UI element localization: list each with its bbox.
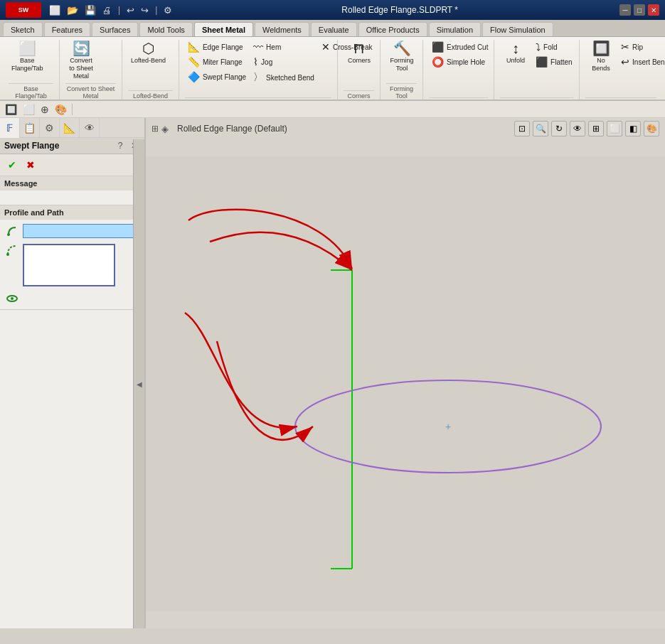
display-style-btn[interactable]: ⬜ — [607, 121, 622, 136]
group-corners: ⊓ Corners Corners — [338, 40, 381, 100]
rotate-btn[interactable]: ↻ — [551, 121, 567, 136]
view-btn[interactable]: 👁 — [570, 121, 585, 136]
insert-bends-btn[interactable]: ↩ Insert Bends — [618, 55, 665, 69]
panel-tab-display[interactable]: 👁 — [80, 118, 100, 138]
rip-btn[interactable]: ✂ Rip — [618, 40, 665, 54]
group-unfold: ↕ Unfold ⤵ Fold ⬛ Flatten — [494, 40, 580, 100]
3d-viewport[interactable]: ⊞ ◈ Rolled Edge Flange (Default) ⊡ 🔍 ↻ 👁… — [146, 118, 665, 628]
forming-tool-icon: 🔨 — [393, 41, 411, 55]
collapse-arrow-icon: ◀ — [137, 380, 142, 388]
appearance-btn[interactable]: 🎨 — [644, 121, 659, 136]
group-base-flange: ⬜ BaseFlange/Tab Base Flange/Tab — [3, 40, 60, 100]
qi-filter-btn[interactable]: 🔲 — [3, 103, 19, 116]
no-bends-btn[interactable]: 🔲 No Bends — [585, 40, 617, 74]
profile-input-row — [4, 224, 140, 238]
corners-btn[interactable]: ⊓ Corners — [344, 40, 375, 66]
tab-office-products[interactable]: Office Products — [358, 22, 427, 36]
hem-btn[interactable]: 〰 Hem — [250, 40, 317, 54]
lofted-bend-btn[interactable]: ⬡ Lofted-Bend — [128, 40, 169, 66]
forming-tool-btn[interactable]: 🔨 FormingTool — [386, 40, 417, 74]
svg-point-1 — [6, 253, 9, 256]
maximize-btn[interactable]: □ — [634, 4, 645, 16]
miter-flange-btn[interactable]: 📏 Miter Flange — [185, 55, 249, 69]
tab-evaluate[interactable]: Evaluate — [311, 22, 357, 36]
viewport-left-controls: ⊞ ◈ Rolled Edge Flange (Default) — [151, 124, 287, 134]
app-logo: SW — [6, 2, 41, 18]
qi-sketch-btn[interactable]: ⊕ — [38, 103, 51, 116]
save-btn[interactable]: 💾 — [83, 4, 98, 16]
unfold-btn[interactable]: ↕ Unfold — [500, 40, 531, 66]
sketched-bend-btn[interactable]: 〉 Sketched Bend — [250, 70, 317, 85]
convert-sheet-metal-btn[interactable]: 🔄 Convertto SheetMetal — [65, 40, 97, 81]
undo-btn[interactable]: ↩ — [124, 4, 137, 16]
panel-title: Swept Flange — [4, 141, 59, 151]
simple-hole-btn[interactable]: ⭕ Simple Hole — [429, 55, 491, 69]
hide-show-btn[interactable]: ◧ — [625, 121, 641, 136]
tab-surfaces[interactable]: Surfaces — [92, 22, 138, 36]
panel-tab-property[interactable]: 📋 — [20, 118, 40, 138]
message-section: Message ▼ — [0, 176, 144, 205]
cancel-button[interactable]: ✖ — [23, 157, 38, 173]
left-panel: 𝔽 📋 ⚙ 📐 👁 Swept Flange ? ✕ ✔ ✖ — [0, 118, 146, 628]
panel-tab-feature[interactable]: 𝔽 — [0, 118, 20, 138]
profile-path-header[interactable]: Profile and Path ▲ — [0, 205, 144, 220]
group-flanges: 📐 Edge Flange 📏 Miter Flange 🔷 Swept Fla… — [179, 40, 338, 100]
qi-color-btn[interactable]: 🎨 — [53, 103, 69, 116]
base-flange-tab-btn[interactable]: ⬜ BaseFlange/Tab — [9, 40, 46, 74]
panel-tab-config[interactable]: ⚙ — [40, 118, 60, 138]
panel-tab-dim[interactable]: 📐 — [60, 118, 80, 138]
fold-btn[interactable]: ⤵ Fold — [533, 40, 575, 54]
path-input-box[interactable] — [23, 244, 115, 286]
lofted-bend-icon: ⬡ — [142, 41, 154, 55]
path-selector-row — [4, 241, 140, 286]
tab-features[interactable]: Features — [44, 22, 90, 36]
ok-button[interactable]: ✔ — [4, 157, 20, 173]
tab-mold-tools[interactable]: Mold Tools — [139, 22, 192, 36]
flatten-icon: ⬛ — [536, 56, 548, 68]
quick-icons-bar: 🔲 ⬜ ⊕ 🎨 — [0, 101, 665, 118]
panel-help-btn[interactable]: ? — [115, 140, 126, 151]
profile-icon — [4, 225, 20, 237]
viewport-right-controls: ⊡ 🔍 ↻ 👁 ⊞ ⬜ ◧ 🎨 — [514, 121, 659, 136]
message-section-header[interactable]: Message ▼ — [0, 176, 144, 190]
extruded-cut-icon: ⬛ — [432, 41, 444, 53]
section-view-btn[interactable]: ⊞ — [588, 121, 604, 136]
panel-collapse-handle[interactable]: ◀ — [133, 139, 144, 628]
extruded-cut-btn[interactable]: ⬛ Extruded Cut — [429, 40, 491, 54]
profile-input[interactable] — [23, 224, 140, 238]
tab-weldments[interactable]: Weldments — [255, 22, 309, 36]
viewport-title: Rolled Edge Flange (Default) — [177, 124, 287, 134]
minimize-btn[interactable]: ─ — [619, 4, 631, 16]
tab-simulation[interactable]: Simulation — [429, 22, 481, 36]
rip-icon: ✂ — [621, 41, 629, 53]
swept-flange-btn[interactable]: 🔷 Swept Flange — [185, 70, 249, 84]
edge-flange-btn[interactable]: 📐 Edge Flange — [185, 40, 249, 54]
hem-icon: 〰 — [253, 41, 263, 53]
zoom-btn[interactable]: 🔍 — [533, 121, 548, 136]
tab-sketch[interactable]: Sketch — [3, 22, 43, 36]
print-btn[interactable]: 🖨 — [100, 4, 114, 16]
flatten-btn[interactable]: ⬛ Flatten — [533, 55, 575, 69]
zoom-to-fit-btn[interactable]: ⊡ — [514, 121, 530, 136]
third-icon — [4, 292, 20, 305]
corners-icon: ⊓ — [353, 41, 365, 55]
tab-sheet-metal[interactable]: Sheet Metal — [194, 22, 253, 36]
main-area: 𝔽 📋 ⚙ 📐 👁 Swept Flange ? ✕ ✔ ✖ — [0, 118, 665, 628]
convert-icon: 🔄 — [73, 41, 90, 55]
tab-flow-simulation[interactable]: Flow Simulation — [482, 22, 553, 36]
jog-btn[interactable]: ⌇ Jog — [250, 55, 317, 69]
cross-break-icon: ✕ — [321, 41, 330, 53]
edge-flange-icon: 📐 — [188, 41, 200, 53]
group-cuts: ⬛ Extruded Cut ⭕ Simple Hole — [423, 40, 494, 100]
qi-select-btn[interactable]: ⬜ — [21, 103, 37, 116]
ribbon-content: ⬜ BaseFlange/Tab Base Flange/Tab 🔄 Conve… — [0, 37, 665, 101]
close-btn[interactable]: ✕ — [648, 4, 659, 16]
options-btn[interactable]: ⚙ — [161, 4, 174, 16]
new-btn[interactable]: ⬜ — [47, 4, 63, 16]
open-btn[interactable]: 📂 — [65, 4, 80, 16]
group-bends: 🔲 No Bends ✂ Rip ↩ Insert Bends — [580, 40, 662, 100]
svg-rect-4 — [146, 156, 665, 611]
expand-icon[interactable]: ⊞ — [151, 124, 159, 134]
profile-path-content — [0, 220, 144, 309]
redo-btn[interactable]: ↪ — [139, 4, 151, 16]
